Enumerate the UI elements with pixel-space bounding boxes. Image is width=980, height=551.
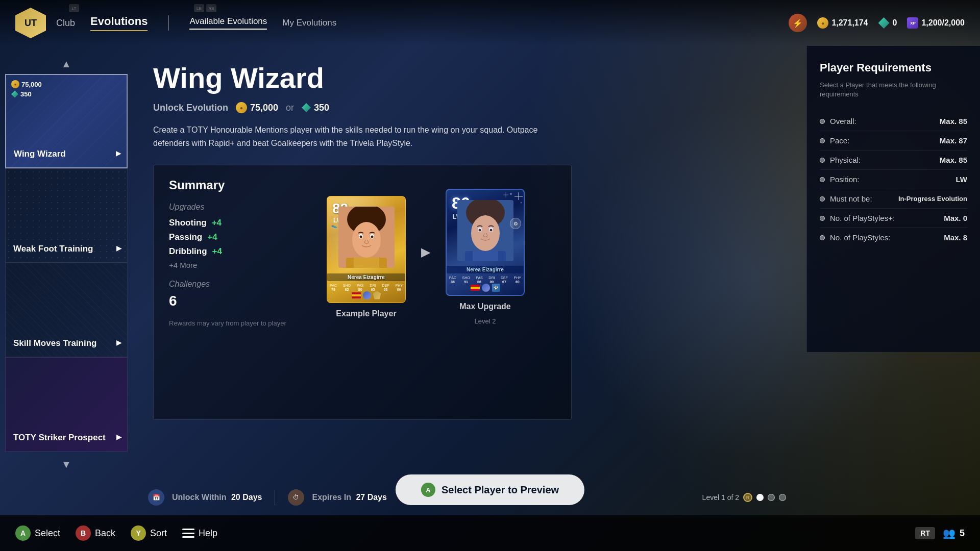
ut-logo[interactable]: UT bbox=[15, 8, 46, 38]
sidebar-coins-value: 75,000 bbox=[21, 81, 42, 88]
sidebar-item-skill-moves[interactable]: Skill Moves Training ▶ bbox=[5, 263, 128, 357]
requirements-title: Player Requirements bbox=[820, 61, 967, 74]
unlock-coins-value: 75,000 bbox=[250, 103, 278, 113]
example-name: Nerea Eizagirre bbox=[327, 273, 405, 281]
wing-wizard-arrow: ▶ bbox=[116, 149, 121, 157]
upgrade-dribbling-stat: Dribbling bbox=[169, 246, 207, 257]
sidebar-arrow-down[interactable]: ▼ bbox=[51, 457, 82, 472]
example-stats: PAC79 SHO82 PAS80 DRI85 DEF63 bbox=[330, 284, 403, 291]
example-player-card[interactable]: 82 LW bbox=[327, 196, 406, 303]
card-arrow: ▶ bbox=[421, 245, 430, 259]
max-club-badge bbox=[482, 284, 490, 292]
gems-value: 0 bbox=[893, 18, 897, 28]
nav-club[interactable]: Club bbox=[56, 18, 75, 29]
svg-point-12 bbox=[521, 202, 522, 204]
bottom-bar: A Select B Back Y Sort Help RT 👥 5 bbox=[0, 515, 980, 551]
menu-line-1 bbox=[182, 529, 194, 530]
req-position-dot bbox=[820, 177, 825, 182]
nav-divider bbox=[168, 15, 169, 31]
expires-in-icon: ⏱ bbox=[288, 489, 304, 506]
req-pace: Pace: Max. 87 bbox=[820, 131, 967, 151]
expires-in-label: Expires In bbox=[312, 493, 351, 502]
upgrade-shooting-value: +4 bbox=[212, 218, 222, 228]
help-label: Help bbox=[199, 528, 217, 539]
req-playstyles-plus-value: Max. 0 bbox=[944, 214, 967, 222]
max-upgrade-card[interactable]: 86 LW bbox=[446, 189, 525, 296]
help-button[interactable]: Help bbox=[182, 528, 217, 539]
req-playstyles-value: Max. 8 bbox=[944, 233, 967, 242]
select-a-icon: A bbox=[421, 483, 435, 497]
max-upgrade-label: Max Upgrade bbox=[459, 302, 510, 311]
club-badge bbox=[363, 291, 371, 299]
example-face bbox=[338, 207, 395, 268]
unlock-cost-coins: ● 75,000 bbox=[236, 102, 278, 113]
example-flags bbox=[352, 291, 381, 299]
xp-value: 1,200/2,000 bbox=[921, 18, 965, 28]
sidebar-item-toty-striker[interactable]: TOTY Striker Prospect ▶ bbox=[5, 357, 128, 452]
sidebar: ▲ ● 75,000 350 Wing Wizard ▶ Weak Foot T… bbox=[0, 46, 133, 551]
example-player-label: Example Player bbox=[336, 309, 396, 318]
unlock-within-icon: 📅 bbox=[148, 489, 164, 506]
toty-striker-label: TOTY Striker Prospect bbox=[13, 432, 112, 443]
req-playstyles-left: No. of PlayStyles: bbox=[820, 233, 890, 242]
sidebar-item-weak-foot[interactable]: Weak Foot Training ▶ bbox=[5, 168, 128, 263]
cards-area: 82 LW bbox=[327, 189, 525, 325]
max-extra-badge: ⚽ bbox=[492, 284, 500, 292]
nav-available-evolutions[interactable]: Available Evolutions bbox=[189, 16, 267, 30]
unlock-cost-gems: 350 bbox=[302, 103, 329, 113]
sidebar-gems-value: 350 bbox=[20, 90, 32, 98]
header-avatar-icon[interactable]: ⚡ bbox=[789, 14, 807, 32]
select-player-button[interactable]: A Select Player to Preview bbox=[396, 474, 584, 505]
back-button[interactable]: B Back bbox=[76, 525, 115, 541]
req-physical-value: Max. 85 bbox=[940, 156, 967, 164]
sort-label: Sort bbox=[150, 528, 167, 539]
req-playstyles-plus: No. of PlayStyles+: Max. 0 bbox=[820, 209, 967, 228]
unlock-or: or bbox=[286, 103, 294, 113]
requirements-subtitle: Select a Player that meets the following… bbox=[820, 81, 967, 99]
req-must-not-be-label: Must not be: bbox=[830, 194, 872, 203]
req-position-value: LW bbox=[956, 175, 968, 184]
players-number: 5 bbox=[960, 528, 965, 539]
req-overall-label: Overall: bbox=[830, 117, 856, 126]
req-playstyles: No. of PlayStyles: Max. 8 bbox=[820, 228, 967, 247]
skill-moves-arrow: ▶ bbox=[116, 338, 122, 346]
req-physical: Physical: Max. 85 bbox=[820, 151, 967, 170]
req-must-not-be-value: In-Progress Evolution bbox=[898, 195, 967, 203]
max-face bbox=[457, 200, 513, 261]
unlock-gems-value: 350 bbox=[314, 103, 329, 113]
upgrade-wheel-icon: ⚙ bbox=[510, 218, 521, 229]
level-dot-3 bbox=[779, 494, 786, 501]
sort-button[interactable]: Y Sort bbox=[131, 525, 167, 541]
req-playstyles-plus-label: No. of PlayStyles+: bbox=[830, 214, 895, 222]
players-icon: 👥 bbox=[943, 527, 955, 539]
nav-my-evolutions[interactable]: My Evolutions bbox=[282, 18, 336, 28]
xp-display: XP 1,200/2,000 bbox=[907, 17, 965, 29]
league-badge bbox=[373, 291, 381, 299]
svg-point-2 bbox=[352, 222, 381, 258]
req-pace-dot bbox=[820, 138, 825, 143]
card-boot-icon: 👟 bbox=[331, 223, 337, 229]
max-upgrade-sublabel: Level 2 bbox=[475, 317, 496, 325]
weak-foot-label: Weak Foot Training bbox=[13, 243, 112, 255]
gems-display: 0 bbox=[878, 17, 897, 29]
sidebar-arrow-up[interactable]: ▲ bbox=[51, 56, 82, 71]
svg-point-7 bbox=[359, 235, 362, 238]
svg-point-8 bbox=[371, 235, 373, 238]
level-dot-1 bbox=[756, 494, 764, 501]
nav-evolutions[interactable]: Evolutions bbox=[90, 15, 148, 31]
example-player-wrapper: 82 LW bbox=[327, 196, 406, 318]
level-label: Level 1 of 2 bbox=[702, 493, 739, 502]
req-pace-value: Max. 87 bbox=[940, 136, 967, 145]
level-r-icon: R bbox=[743, 493, 752, 502]
expires-in-days: 27 Days bbox=[356, 493, 387, 502]
sidebar-item-wing-wizard[interactable]: ● 75,000 350 Wing Wizard ▶ bbox=[5, 74, 128, 168]
upgrade-dribbling-value: +4 bbox=[212, 246, 222, 257]
toty-striker-arrow: ▶ bbox=[116, 433, 122, 441]
unlock-gem-icon bbox=[302, 103, 311, 112]
wing-wizard-cost: ● 75,000 350 bbox=[11, 80, 42, 98]
b-button-icon: B bbox=[76, 525, 91, 541]
select-button[interactable]: A Select bbox=[15, 525, 60, 541]
spain-flag bbox=[352, 292, 361, 298]
evolution-description: Create a TOTY Honourable Mentions player… bbox=[153, 123, 551, 149]
svg-rect-24 bbox=[457, 200, 513, 261]
